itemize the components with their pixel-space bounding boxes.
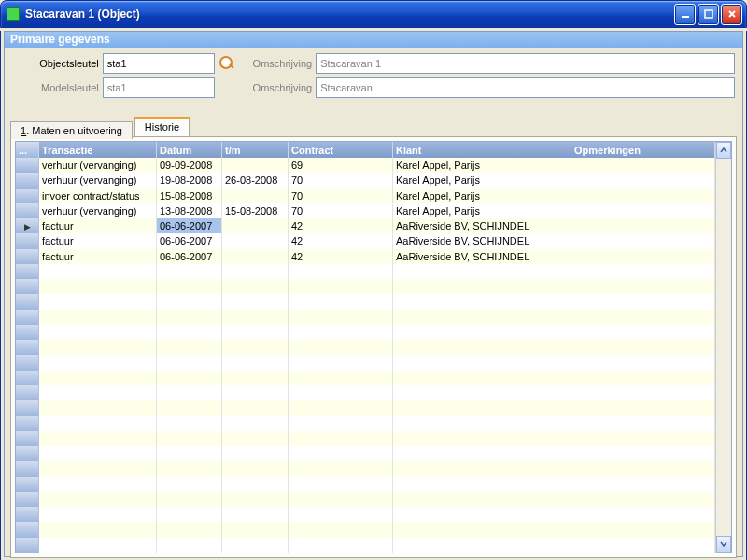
table-row[interactable]: [16, 355, 715, 370]
table-row[interactable]: [16, 446, 715, 461]
omschrijving1-label: Omschrijving: [240, 58, 316, 69]
group-header: Primaire gegevens: [5, 32, 742, 48]
table-row[interactable]: [16, 371, 715, 385]
window-title: Stacaravan 1 (Object): [25, 7, 672, 21]
table-row[interactable]: [16, 385, 715, 400]
chevron-down-icon: [720, 540, 727, 548]
close-button[interactable]: [721, 4, 742, 25]
table-row[interactable]: [16, 461, 715, 476]
table-row[interactable]: [16, 477, 715, 492]
table-row[interactable]: [16, 279, 715, 294]
omschrijving1-field: [316, 53, 735, 74]
close-icon: [727, 9, 737, 19]
col-indicator[interactable]: ...: [16, 142, 39, 158]
modelsleutel-field: [103, 77, 215, 98]
scroll-down-button[interactable]: [716, 536, 731, 553]
minimize-button[interactable]: [674, 4, 696, 25]
tabstrip: 1. Maten en uitvoering Historie: [10, 117, 737, 136]
chevron-up-icon: [720, 147, 727, 154]
col-contract[interactable]: Contract: [289, 142, 393, 158]
col-opmerkingen[interactable]: Opmerkingen: [571, 142, 715, 158]
omschrijving2-field: [316, 77, 735, 98]
col-klant[interactable]: Klant: [393, 142, 571, 158]
table-row[interactable]: invoer contract/status15-08-200870Karel …: [16, 189, 715, 203]
modelsleutel-label: Modelsleutel: [12, 82, 103, 93]
table-row[interactable]: [16, 507, 715, 522]
search-icon[interactable]: [219, 56, 234, 71]
grid-vertical-scrollbar[interactable]: [715, 142, 731, 553]
table-row[interactable]: verhuur (vervanging)09-09-200869Karel Ap…: [16, 158, 715, 173]
svg-rect-1: [705, 10, 712, 18]
omschrijving2-label: Omschrijving: [240, 82, 316, 93]
app-icon: [7, 7, 20, 21]
table-row[interactable]: [16, 492, 715, 507]
scroll-up-button[interactable]: [716, 142, 731, 159]
form-area: Objectsleutel Omschrijving Modelsleutel …: [5, 48, 742, 111]
table-row[interactable]: [16, 522, 715, 537]
objectsleutel-label: Objectsleutel: [12, 58, 103, 69]
table-row[interactable]: factuur06-06-200742AaRiverside BV, SCHIJ…: [16, 218, 715, 233]
table-row[interactable]: [16, 431, 715, 446]
table-row[interactable]: [16, 264, 715, 279]
tab-historie[interactable]: Historie: [134, 117, 190, 136]
col-transactie[interactable]: Transactie: [39, 142, 157, 158]
window-titlebar[interactable]: Stacaravan 1 (Object): [0, 0, 747, 28]
maximize-icon: [704, 9, 713, 19]
svg-rect-0: [682, 16, 689, 18]
table-row[interactable]: [16, 416, 715, 431]
tab-panel-historie: ... Transactie Datum t/m Contract Klant …: [10, 136, 737, 558]
history-grid: ... Transactie Datum t/m Contract Klant …: [15, 141, 732, 553]
table-row[interactable]: [16, 294, 715, 309]
table-row[interactable]: verhuur (vervanging)19-08-200826-08-2008…: [16, 173, 715, 188]
table-row[interactable]: factuur06-06-200742AaRiverside BV, SCHIJ…: [16, 249, 715, 264]
objectsleutel-field[interactable]: [103, 53, 215, 74]
table-row[interactable]: factuur06-06-200742AaRiverside BV, SCHIJ…: [16, 233, 715, 248]
table-row[interactable]: verhuur (vervanging)13-08-200815-08-2008…: [16, 203, 715, 218]
table-row[interactable]: [16, 400, 715, 415]
table-row[interactable]: [16, 340, 715, 355]
table-row[interactable]: [16, 310, 715, 325]
table-row[interactable]: [16, 325, 715, 340]
scroll-track[interactable]: [716, 159, 731, 536]
tab-maten-en-uitvoering[interactable]: 1. Maten en uitvoering: [10, 121, 133, 139]
maximize-button[interactable]: [698, 4, 719, 25]
col-datum[interactable]: Datum: [157, 142, 222, 158]
minimize-icon: [681, 9, 690, 19]
col-tm[interactable]: t/m: [222, 142, 289, 158]
table-row[interactable]: [16, 538, 715, 553]
